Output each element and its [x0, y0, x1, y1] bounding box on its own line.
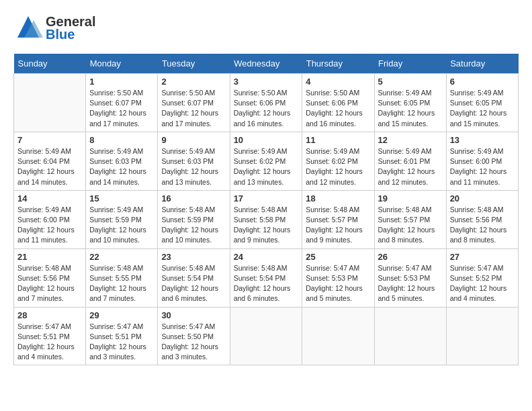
day-cell: 8Sunrise: 5:49 AM Sunset: 6:03 PM Daylig…: [86, 132, 158, 190]
day-cell: 20Sunrise: 5:48 AM Sunset: 5:56 PM Dayli…: [446, 190, 518, 248]
calendar-body: 1Sunrise: 5:50 AM Sunset: 6:07 PM Daylig…: [14, 74, 519, 365]
header-row: SundayMondayTuesdayWednesdayThursdayFrid…: [14, 54, 519, 74]
day-cell: 30Sunrise: 5:47 AM Sunset: 5:50 PM Dayli…: [158, 307, 230, 365]
header-sunday: Sunday: [14, 54, 86, 74]
day-info: Sunrise: 5:49 AM Sunset: 6:04 PM Dayligh…: [17, 146, 82, 187]
day-number: 14: [17, 193, 82, 203]
header-tuesday: Tuesday: [158, 54, 230, 74]
day-info: Sunrise: 5:49 AM Sunset: 6:00 PM Dayligh…: [17, 205, 82, 246]
day-number: 26: [378, 252, 443, 262]
day-cell: 22Sunrise: 5:48 AM Sunset: 5:55 PM Dayli…: [86, 248, 158, 307]
day-number: 29: [89, 310, 154, 320]
day-info: Sunrise: 5:47 AM Sunset: 5:53 PM Dayligh…: [378, 263, 443, 304]
day-info: Sunrise: 5:49 AM Sunset: 5:59 PM Dayligh…: [89, 205, 154, 246]
day-cell: [374, 307, 446, 365]
day-info: Sunrise: 5:49 AM Sunset: 6:05 PM Dayligh…: [450, 88, 515, 129]
day-info: Sunrise: 5:49 AM Sunset: 6:02 PM Dayligh…: [234, 146, 299, 187]
day-info: Sunrise: 5:50 AM Sunset: 6:07 PM Dayligh…: [161, 88, 226, 129]
day-info: Sunrise: 5:48 AM Sunset: 5:57 PM Dayligh…: [306, 205, 370, 246]
day-info: Sunrise: 5:48 AM Sunset: 5:56 PM Dayligh…: [17, 263, 82, 304]
day-info: Sunrise: 5:48 AM Sunset: 5:55 PM Dayligh…: [89, 263, 154, 304]
day-cell: [14, 74, 86, 132]
day-info: Sunrise: 5:47 AM Sunset: 5:51 PM Dayligh…: [89, 322, 154, 363]
logo: General Blue: [13, 13, 95, 43]
day-cell: 16Sunrise: 5:48 AM Sunset: 5:59 PM Dayli…: [158, 190, 230, 248]
day-cell: 11Sunrise: 5:49 AM Sunset: 6:02 PM Dayli…: [302, 132, 374, 190]
day-cell: 7Sunrise: 5:49 AM Sunset: 6:04 PM Daylig…: [14, 132, 86, 190]
day-number: 11: [306, 135, 370, 145]
day-number: 23: [161, 252, 226, 262]
day-cell: 3Sunrise: 5:50 AM Sunset: 6:06 PM Daylig…: [230, 74, 302, 132]
day-number: 9: [161, 135, 226, 145]
day-info: Sunrise: 5:50 AM Sunset: 6:06 PM Dayligh…: [306, 88, 370, 129]
week-row-5: 28Sunrise: 5:47 AM Sunset: 5:51 PM Dayli…: [14, 307, 519, 365]
logo-text-block: General Blue: [46, 14, 95, 42]
logo-icon: [13, 13, 43, 43]
day-info: Sunrise: 5:47 AM Sunset: 5:53 PM Dayligh…: [306, 263, 370, 304]
day-info: Sunrise: 5:47 AM Sunset: 5:52 PM Dayligh…: [450, 263, 515, 304]
day-info: Sunrise: 5:49 AM Sunset: 6:02 PM Dayligh…: [306, 146, 370, 187]
week-row-4: 21Sunrise: 5:48 AM Sunset: 5:56 PM Dayli…: [14, 248, 519, 307]
day-number: 4: [306, 77, 370, 87]
day-cell: 27Sunrise: 5:47 AM Sunset: 5:52 PM Dayli…: [446, 248, 518, 307]
day-info: Sunrise: 5:48 AM Sunset: 5:54 PM Dayligh…: [161, 263, 226, 304]
day-info: Sunrise: 5:47 AM Sunset: 5:51 PM Dayligh…: [17, 322, 82, 363]
day-number: 2: [161, 77, 226, 87]
day-cell: 10Sunrise: 5:49 AM Sunset: 6:02 PM Dayli…: [230, 132, 302, 190]
day-number: 21: [17, 252, 82, 262]
day-cell: 14Sunrise: 5:49 AM Sunset: 6:00 PM Dayli…: [14, 190, 86, 248]
day-cell: 2Sunrise: 5:50 AM Sunset: 6:07 PM Daylig…: [158, 74, 230, 132]
day-cell: 4Sunrise: 5:50 AM Sunset: 6:06 PM Daylig…: [302, 74, 374, 132]
day-number: 1: [89, 77, 154, 87]
day-info: Sunrise: 5:48 AM Sunset: 5:57 PM Dayligh…: [378, 205, 443, 246]
page-header: General Blue: [13, 13, 519, 43]
day-info: Sunrise: 5:50 AM Sunset: 6:06 PM Dayligh…: [234, 88, 299, 129]
day-number: 22: [89, 252, 154, 262]
header-wednesday: Wednesday: [230, 54, 302, 74]
day-cell: [446, 307, 518, 365]
day-info: Sunrise: 5:49 AM Sunset: 6:01 PM Dayligh…: [378, 146, 443, 187]
day-number: 12: [378, 135, 443, 145]
calendar-table: SundayMondayTuesdayWednesdayThursdayFrid…: [13, 54, 519, 365]
day-cell: 13Sunrise: 5:49 AM Sunset: 6:00 PM Dayli…: [446, 132, 518, 190]
week-row-1: 1Sunrise: 5:50 AM Sunset: 6:07 PM Daylig…: [14, 74, 519, 132]
day-number: 8: [89, 135, 154, 145]
day-cell: 17Sunrise: 5:48 AM Sunset: 5:58 PM Dayli…: [230, 190, 302, 248]
day-cell: 29Sunrise: 5:47 AM Sunset: 5:51 PM Dayli…: [86, 307, 158, 365]
day-info: Sunrise: 5:50 AM Sunset: 6:07 PM Dayligh…: [89, 88, 154, 129]
day-info: Sunrise: 5:47 AM Sunset: 5:50 PM Dayligh…: [161, 322, 226, 363]
day-number: 16: [161, 193, 226, 203]
day-info: Sunrise: 5:49 AM Sunset: 6:03 PM Dayligh…: [161, 146, 226, 187]
calendar-header: SundayMondayTuesdayWednesdayThursdayFrid…: [14, 54, 519, 74]
week-row-2: 7Sunrise: 5:49 AM Sunset: 6:04 PM Daylig…: [14, 132, 519, 190]
day-number: 6: [450, 77, 515, 87]
day-cell: 5Sunrise: 5:49 AM Sunset: 6:05 PM Daylig…: [374, 74, 446, 132]
day-cell: 6Sunrise: 5:49 AM Sunset: 6:05 PM Daylig…: [446, 74, 518, 132]
day-info: Sunrise: 5:49 AM Sunset: 6:03 PM Dayligh…: [89, 146, 154, 187]
day-info: Sunrise: 5:49 AM Sunset: 6:00 PM Dayligh…: [450, 146, 515, 187]
day-number: 30: [161, 310, 226, 320]
day-cell: [302, 307, 374, 365]
day-number: 13: [450, 135, 515, 145]
day-cell: 25Sunrise: 5:47 AM Sunset: 5:53 PM Dayli…: [302, 248, 374, 307]
day-cell: [230, 307, 302, 365]
day-cell: 19Sunrise: 5:48 AM Sunset: 5:57 PM Dayli…: [374, 190, 446, 248]
day-cell: 21Sunrise: 5:48 AM Sunset: 5:56 PM Dayli…: [14, 248, 86, 307]
day-number: 20: [450, 193, 515, 203]
day-number: 15: [89, 193, 154, 203]
day-info: Sunrise: 5:49 AM Sunset: 6:05 PM Dayligh…: [378, 88, 443, 129]
week-row-3: 14Sunrise: 5:49 AM Sunset: 6:00 PM Dayli…: [14, 190, 519, 248]
day-info: Sunrise: 5:48 AM Sunset: 5:56 PM Dayligh…: [450, 205, 515, 246]
day-cell: 23Sunrise: 5:48 AM Sunset: 5:54 PM Dayli…: [158, 248, 230, 307]
day-info: Sunrise: 5:48 AM Sunset: 5:59 PM Dayligh…: [161, 205, 226, 246]
header-saturday: Saturday: [446, 54, 518, 74]
day-cell: 18Sunrise: 5:48 AM Sunset: 5:57 PM Dayli…: [302, 190, 374, 248]
day-cell: 12Sunrise: 5:49 AM Sunset: 6:01 PM Dayli…: [374, 132, 446, 190]
day-cell: 26Sunrise: 5:47 AM Sunset: 5:53 PM Dayli…: [374, 248, 446, 307]
day-cell: 28Sunrise: 5:47 AM Sunset: 5:51 PM Dayli…: [14, 307, 86, 365]
day-number: 27: [450, 252, 515, 262]
day-number: 10: [234, 135, 299, 145]
day-number: 5: [378, 77, 443, 87]
day-info: Sunrise: 5:48 AM Sunset: 5:58 PM Dayligh…: [234, 205, 299, 246]
day-number: 17: [234, 193, 299, 203]
